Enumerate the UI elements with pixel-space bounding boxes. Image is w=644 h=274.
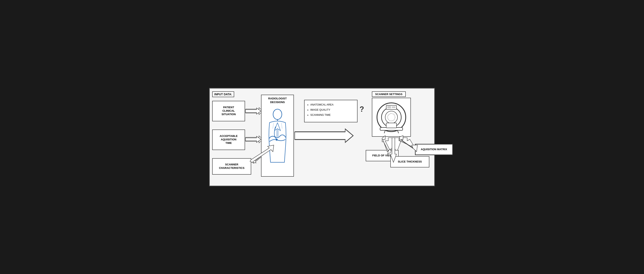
anatomical-area-item: ANATOMCAL AREA: [310, 102, 354, 107]
svg-marker-5: [385, 138, 396, 151]
scanning-time-item: SCANNING TIME: [310, 113, 354, 118]
svg-marker-7: [400, 138, 415, 148]
svg-rect-17: [392, 106, 396, 108]
ct-scanner-box: [372, 98, 411, 137]
scanner-settings-label: SCANNER SETTINGS: [372, 91, 406, 97]
scanner-characteristics-text: SCANNERCHARACTERISTICS: [219, 163, 244, 170]
svg-marker-2: [246, 136, 263, 143]
svg-rect-11: [276, 129, 279, 137]
acquisition-matrix-box: AQUISITION MATRIX: [415, 144, 453, 155]
acceptable-acquisition-time-box: ACCEPTABLEAQUISITIONTIME: [212, 130, 245, 150]
question-mark: ?: [360, 105, 364, 114]
acquisition-matrix-text: AQUISITION MATRIX: [421, 148, 447, 151]
arrow-scanner-to-matrix: [400, 136, 418, 152]
svg-rect-19: [386, 123, 396, 128]
arrow-radiologist-to-scanner: [295, 129, 353, 142]
svg-rect-16: [387, 106, 391, 108]
doctor-figure: [263, 107, 292, 168]
slice-thickness-text: SLICE THICKNESS: [398, 160, 422, 163]
arrow-patient-to-radiologist: [246, 108, 261, 114]
decisions-bullets-box: ANATOMCAL AREA IMAGE QUALITY SCANNING TI…: [304, 100, 358, 122]
image-quality-item: IMAGE QUALITY: [310, 107, 354, 113]
arrow-acquisition-to-radiologist: [246, 136, 261, 142]
patient-clinical-situation-box: PATIENTCLINICALSITUATION: [212, 101, 245, 121]
svg-point-8: [273, 109, 282, 119]
svg-point-14: [385, 111, 398, 123]
svg-line-21: [398, 130, 398, 133]
diagram-container: INPUT DATA: PATIENTCLINICALSITUATION ACC…: [209, 88, 435, 186]
svg-marker-1: [246, 108, 263, 115]
radiologist-decisions-label: RADIOLOGISTDECISIONS: [262, 95, 294, 106]
ct-scanner-icon: [375, 101, 408, 134]
radiologist-decisions-box: RADIOLOGISTDECISIONS: [261, 95, 294, 177]
svg-marker-4: [295, 129, 354, 143]
acceptable-acquisition-time-text: ACCEPTABLEAQUISITIONTIME: [220, 135, 238, 145]
svg-line-20: [384, 130, 385, 133]
slice-thickness-box: SLICE THICKNESS: [390, 156, 429, 167]
patient-clinical-situation-text: PATIENTCLINICALSITUATION: [222, 106, 236, 116]
svg-point-10: [276, 139, 278, 141]
scanner-characteristics-box: SCANNERCHARACTERISTICS: [212, 158, 251, 175]
field-of-view-text: FIELD OF VIEW: [372, 154, 392, 157]
input-data-label: INPUT DATA:: [212, 91, 234, 97]
